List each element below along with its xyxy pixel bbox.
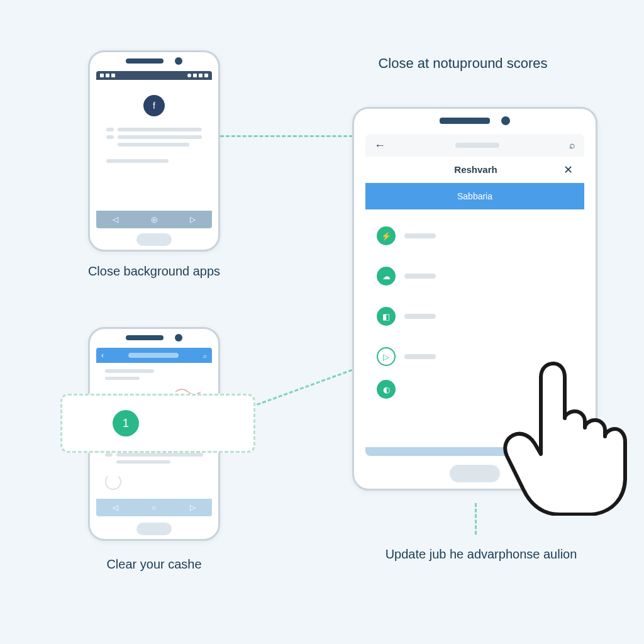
item-badge-icon: ⚡ — [377, 226, 396, 245]
caption-phone-2: Clear your cashe — [88, 557, 220, 572]
nav-home-icon[interactable]: ○ — [152, 503, 156, 512]
callout-box: 1 — [60, 394, 255, 453]
search-icon[interactable]: ⌕ — [569, 140, 575, 151]
list-item[interactable]: ⚡ — [365, 216, 584, 256]
status-bar — [96, 71, 212, 80]
connector-line-1 — [220, 135, 358, 137]
phone-camera — [175, 334, 182, 341]
list-item[interactable]: ☁ — [365, 256, 584, 296]
callout-number-badge: 1 — [113, 410, 139, 436]
item-text-placeholder — [404, 314, 436, 319]
android-nav-bar: ◁ ◎ ▷ — [96, 211, 212, 228]
nav-home-icon[interactable]: ◎ — [151, 215, 157, 224]
sub-title: Reshvarh — [454, 164, 497, 175]
nav-back-icon[interactable]: ◁ — [113, 215, 118, 224]
app-header: ‹ ⌕ — [96, 348, 212, 363]
list-item[interactable]: ◧ — [365, 296, 584, 336]
phone-home-button — [136, 233, 172, 246]
pointing-hand-icon — [497, 352, 635, 516]
phone-camera — [175, 57, 182, 65]
item-text-placeholder — [404, 354, 436, 359]
heading-top-right: Close at notupround scores — [350, 55, 576, 72]
phone-mockup-1: f ◁ ◎ ▷ — [88, 50, 220, 252]
nav-back-icon[interactable]: ◁ — [113, 503, 118, 512]
nav-recent-icon[interactable]: ▷ — [190, 503, 196, 512]
phone-speaker — [440, 118, 490, 124]
phone-speaker — [126, 58, 164, 64]
android-nav-bar: ◁ ○ ▷ — [96, 499, 212, 516]
connector-line-2 — [251, 369, 352, 408]
item-text-placeholder — [404, 274, 436, 279]
phone-home-button — [450, 465, 500, 482]
app-header: ← ⌕ — [365, 134, 584, 157]
back-icon[interactable]: ‹ — [101, 351, 104, 360]
search-icon[interactable]: ⌕ — [203, 352, 207, 359]
close-icon[interactable]: ✕ — [564, 163, 573, 177]
item-badge-icon: ◐ — [377, 380, 396, 399]
phone-speaker — [126, 335, 164, 340]
caption-phone-1: Close background apps — [75, 264, 233, 279]
sub-header: Reshvarh ✕ — [365, 157, 584, 183]
connector-line-3 — [475, 503, 477, 535]
caption-bottom-right: Update jub he advarphonse aulion — [362, 547, 601, 562]
banner[interactable]: Sabbaria — [365, 183, 584, 209]
phone-home-button — [136, 523, 172, 535]
item-badge-icon: ▷ — [377, 347, 396, 366]
nav-recent-icon[interactable]: ▷ — [190, 215, 196, 224]
back-arrow-icon[interactable]: ← — [374, 139, 386, 152]
item-badge-icon: ☁ — [377, 267, 396, 286]
header-placeholder — [455, 143, 499, 148]
phone-camera — [501, 116, 510, 125]
item-badge-icon: ◧ — [377, 307, 396, 326]
app-icon: f — [143, 95, 165, 116]
item-text-placeholder — [404, 233, 436, 238]
